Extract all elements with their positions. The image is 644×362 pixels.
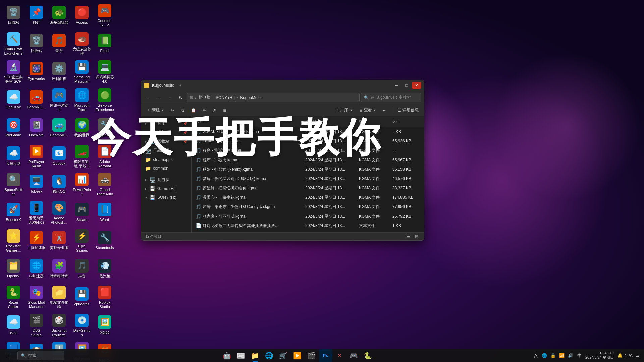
desktop-icon-to-desk[interactable]: 🖥️ ToDesk	[25, 172, 47, 197]
desktop-icon-access[interactable]: 🔴 Access	[71, 3, 93, 28]
refresh-button[interactable]: ↻	[176, 93, 185, 102]
taskbar-media[interactable]: ▶️	[291, 349, 304, 362]
desktop-icon-xueyun[interactable]: ☁️ 选云	[3, 312, 24, 338]
desktop-icon-source-editor[interactable]: 💻 源码编辑器 4.0	[94, 59, 115, 84]
desktop-icon-rockstar[interactable]: ⭐ Rockstar Games...	[3, 228, 24, 253]
desktop-icon-douyin[interactable]: 🎵 抖音	[71, 256, 93, 282]
desktop-icon-huwei-safe[interactable]: 🦔 火绒安全软件	[71, 31, 93, 56]
desktop-icon-adobe-ps[interactable]: 🎨 Adobe Photosh...	[48, 200, 70, 225]
taskbar-clock[interactable]: 13:40:19 2024/3/24 星期日	[584, 351, 615, 360]
col-name[interactable]: 名称	[194, 118, 304, 125]
taskbar-search[interactable]: 🔍 搜索	[17, 351, 64, 360]
sidebar-game-drive[interactable]: ▸ 💾 Game (F:)	[141, 184, 191, 193]
tray-lock[interactable]: 🔒	[549, 352, 557, 360]
desktop-icon-edge[interactable]: 🌐 Microsoft Edge	[71, 87, 93, 113]
desktop-icon-buckshot-roulette[interactable]: 🎲 Buckshot Roulette	[48, 312, 70, 338]
desktop-icon-potplayer[interactable]: ▶️ PotPlayer 64 bit	[25, 143, 47, 169]
desktop-icon-space-sniffer[interactable]: 🔍 SpaceSniffer	[3, 172, 24, 197]
taskbar-edge[interactable]: 🌐	[263, 349, 276, 362]
desktop-icon-boosterx[interactable]: 🚀 BoosterX	[3, 200, 24, 225]
taskbar-steam[interactable]: 🎮	[347, 349, 361, 362]
tray-notification[interactable]: 🔔	[616, 352, 624, 360]
desktop-icon-tencent-qq[interactable]: 🐧 腾讯QQ	[48, 172, 70, 197]
address-view-toggle[interactable]: ⊟	[190, 95, 193, 100]
desktop-icon-steamtools[interactable]: 🔧 Steamtools	[94, 228, 115, 253]
taskbar-copilot[interactable]: 🤖	[220, 349, 234, 362]
share-button[interactable]: ↗	[210, 106, 219, 115]
address-bar[interactable]: ⊟ › 此电脑 › SONY (H:) › KugouMusic	[187, 93, 360, 102]
desktop-icon-beammp[interactable]: 🚙 BeamMP...	[48, 115, 70, 141]
desktop-icon-beamng[interactable]: 🚗 BeamNG...	[25, 87, 47, 113]
details-button[interactable]: ☰ 详细信息	[395, 106, 421, 115]
view-button[interactable]: ⊞ 查看 ▼	[357, 106, 379, 115]
close-button[interactable]: ✕	[412, 82, 421, 89]
start-button[interactable]: ⊞	[0, 349, 16, 362]
rename-button[interactable]: ✏	[200, 106, 209, 115]
col-date[interactable]: 修改日期	[304, 118, 358, 125]
table-row[interactable]: 🎵 温柔心 - 一路生花.kgma 2024/3/24 星期日 13... KG…	[192, 193, 424, 202]
list-view-button[interactable]: ☰	[405, 233, 412, 240]
desktop-icon-razer[interactable]: 🐍 Razer Cortex	[3, 284, 24, 310]
desktop-icon-steam[interactable]: 🎮 Steam	[71, 200, 93, 225]
taskbar-razer[interactable]: 🐍	[361, 349, 375, 362]
col-type[interactable]: 类型	[358, 118, 391, 125]
sidebar-this-pc[interactable]: ▸ 🖥️ 此电脑	[141, 175, 191, 184]
table-row[interactable]: 🎵 秋娘 - 打歌妹 (Remix).kgma 2024/3/24 星期日 13…	[192, 165, 424, 174]
desktop-icon-recycle2[interactable]: 🗑️ 回收站	[25, 31, 47, 56]
table-row[interactable]: 🎵 张家豪 - 可不可以.kgma 2024/3/24 星期日 13... KG…	[192, 212, 424, 221]
address-this-pc[interactable]: 此电脑	[198, 95, 210, 100]
taskbar-close-x[interactable]: ✕	[333, 349, 346, 362]
tray-network[interactable]: 🌐	[540, 352, 548, 360]
desktop-icon-recycle-bin[interactable]: 🗑️ 回收站	[3, 3, 24, 28]
taskbar-ps[interactable]: Ps	[319, 349, 332, 362]
desktop-icon-gta5[interactable]: 🚓 Grand Theft Auto V	[94, 172, 115, 197]
desktop-icon-gloss-mod[interactable]: 🎭 Gloss Mod Manager	[25, 284, 47, 310]
new-button[interactable]: ＋ 新建 ▼	[144, 106, 167, 115]
desktop-icon-adobe-acrobat[interactable]: 📄 Adobe Acrobat	[94, 143, 115, 169]
desktop-icon-pyroworks[interactable]: 🎆 Pyroworks	[25, 59, 47, 84]
maximize-button[interactable]: □	[402, 82, 411, 89]
desktop-icon-puzzle[interactable]: 🧩 哗哗哗哗哗	[48, 256, 70, 282]
desktop-icon-music[interactable]: 🎵 音乐	[48, 31, 70, 56]
sidebar-music[interactable]: ▸ 🎵 音乐 📌	[141, 119, 191, 128]
copy-button[interactable]: ⧉	[178, 106, 187, 115]
desktop-icon-tencent-helper[interactable]: 🎮 腾讯手游助手	[48, 87, 70, 113]
tray-wifi[interactable]: 📶	[558, 352, 566, 360]
desktop-icon-roblox-studio[interactable]: 🟥 Roblox Studio	[94, 284, 115, 310]
desktop-icon-excel[interactable]: 📗 Excel	[94, 31, 115, 56]
desktop-icon-diskgenius[interactable]: 💿 DiskGenius	[71, 312, 93, 338]
desktop-icon-powerpoint[interactable]: 📊 PowerPoint	[71, 172, 93, 197]
desktop-icon-steamyun[interactable]: 💨 蒸汽柜	[94, 256, 115, 282]
desktop-icon-gi-speed[interactable]: 🌐 GI加速器	[25, 256, 47, 282]
desktop-icon-haige-editor[interactable]: 🐢 海龟编辑器	[48, 3, 70, 28]
desktop-icon-onedrive[interactable]: ☁️ OneDrive	[3, 87, 24, 113]
table-row[interactable]: 🎵 程序 - 冲破火.kgma 2024/3/24 星期日 13... KGMA…	[192, 155, 424, 165]
paste-button[interactable]: 📋	[188, 106, 199, 115]
desktop-icon-samsung-magician[interactable]: 💾 Samsung Magician	[71, 59, 93, 84]
desktop-icon-cpucores[interactable]: 💾 cpucores	[71, 284, 93, 310]
col-size[interactable]: 大小	[391, 118, 421, 125]
tray-expand[interactable]: ⋀	[532, 352, 540, 360]
desktop-icon-counter-strike[interactable]: 🎮 Counter-S... 2	[94, 3, 115, 28]
desktop-icon-scp-editor[interactable]: 🔬 SCP密室实验室 SCP Se...	[3, 59, 24, 84]
minimize-button[interactable]: ─	[392, 82, 401, 89]
address-sony[interactable]: SONY (H:)	[216, 95, 235, 100]
table-row[interactable]: 🎵 艺涛、梁创东 - 夜色 (DJ Candy版).kgma 2024/3/24…	[192, 202, 424, 212]
search-bar[interactable]: 🔍 在 KugouMusic 中搜索	[361, 93, 421, 102]
desktop-icon-openiv[interactable]: 🗂️ OpenIV	[3, 256, 24, 282]
desktop-icon-obs[interactable]: 🎬 OBS Studio	[25, 312, 47, 338]
table-row[interactable]: 🎵 Fallin' - 陈伟霆.kgma 2024/3/24 星期日 18...…	[192, 136, 424, 146]
back-button[interactable]: ←	[144, 93, 153, 102]
table-row[interactable]: 🎵 苏星婵 - 把回忆拼好给你.kgma 2024/3/24 星期日 13...…	[192, 183, 424, 193]
taskbar-premiere[interactable]: 🎬	[305, 349, 318, 362]
desktop-icon-my-world[interactable]: 🌍 我的世界	[71, 115, 93, 141]
desktop-icon-plain-craft[interactable]: ⛏️ Plain Craft Launcher 2	[3, 31, 24, 56]
table-row[interactable]: 🎵 程序 - 测试文件.kgma 2024/3/24 星期日 13... KGM…	[192, 146, 424, 155]
desktop-icon-bigjpg[interactable]: 🖼️ bigjpg	[94, 312, 115, 338]
desktop-icon-pin[interactable]: 📌 钉钉	[25, 3, 47, 28]
desktop-icon-wegame[interactable]: 🎯 WeGame	[3, 115, 24, 141]
cut-button[interactable]: ✂	[168, 106, 177, 115]
more-button[interactable]: ···	[380, 106, 389, 115]
sidebar-steamapps[interactable]: 📁 steamapps	[141, 155, 191, 164]
sidebar-screenshot[interactable]: 📷 屏幕截图	[141, 146, 191, 155]
